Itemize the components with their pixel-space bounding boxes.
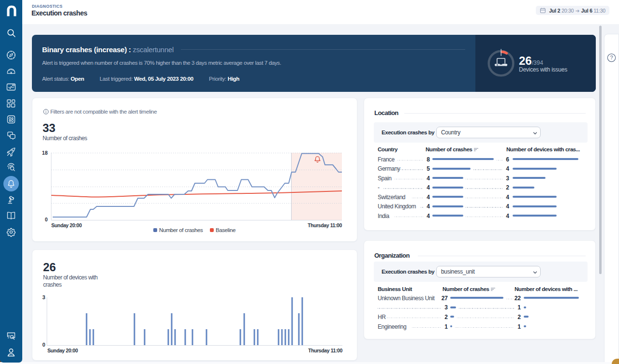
svg-text:18: 18 (42, 150, 48, 156)
svg-text:?: ? (610, 55, 613, 60)
svg-text:Sunday 20:00: Sunday 20:00 (51, 222, 82, 228)
svg-text:Baseline: Baseline (216, 227, 236, 233)
svg-text:0: 0 (45, 217, 48, 222)
svg-text:Number of crashes: Number of crashes (159, 227, 203, 233)
svg-text:Thursday 11:00: Thursday 11:00 (308, 348, 342, 353)
svg-text:Thursday 11:00: Thursday 11:00 (308, 222, 342, 228)
svg-text:Sunday 20:00: Sunday 20:00 (47, 348, 78, 353)
svg-text:0: 0 (42, 342, 45, 348)
svg-text:3: 3 (42, 294, 45, 300)
